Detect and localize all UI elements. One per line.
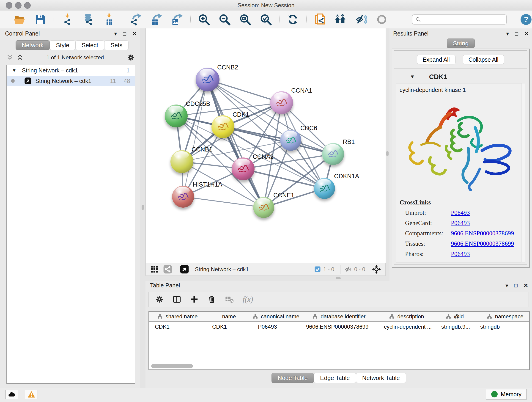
cell-shared-name[interactable]: CDK1	[149, 324, 206, 330]
window-minimize-button[interactable]	[15, 2, 22, 9]
results-panel-close-icon[interactable]: ✕	[524, 31, 529, 36]
tab-edge-table[interactable]: Edge Table	[314, 373, 356, 383]
crosslink-pharos-link[interactable]: P06493	[451, 250, 470, 258]
zoom-out-button[interactable]	[218, 13, 231, 26]
warnings-button[interactable]	[25, 390, 38, 399]
network-node-CDC6[interactable]	[280, 130, 301, 151]
network-canvas[interactable]: CCNB2CCNA1CDC25BCDK1CDC6RB1CCNB1CCNA2CDK…	[146, 28, 386, 263]
network-node-RB1[interactable]	[322, 143, 344, 165]
node-table[interactable]: shared namenamecanonical namedatabase id…	[148, 311, 530, 370]
network-node-CCNB1[interactable]	[171, 150, 193, 173]
control-panel-float-icon[interactable]: □	[123, 31, 126, 36]
table-row[interactable]: CDK1CDK1P064939606.ENSP00000378699cyclin…	[149, 322, 529, 332]
network-node-HIST1H1A[interactable]	[172, 186, 194, 208]
column-header-namespace[interactable]: namespace	[474, 312, 530, 321]
share-view-icon[interactable]	[163, 265, 172, 274]
tab-string[interactable]: String	[447, 38, 475, 48]
left-panel-divider[interactable]	[140, 28, 146, 388]
delete-column-icon[interactable]	[207, 295, 216, 304]
table-settings-gear-icon[interactable]	[155, 295, 164, 304]
results-scrollbar[interactable]	[521, 83, 525, 262]
zoom-in-button[interactable]	[197, 13, 210, 26]
birdseye-navigator-icon[interactable]	[372, 264, 381, 274]
gene-expander-icon[interactable]: ▼	[410, 74, 415, 80]
cell-namespace[interactable]: stringdb	[474, 324, 530, 330]
crosslink-uniprot-link[interactable]: P06493	[451, 209, 470, 216]
export-image-button[interactable]	[171, 13, 183, 26]
string-document-button[interactable]	[313, 13, 326, 26]
help-button[interactable]	[520, 13, 532, 26]
network-tree-root-row[interactable]: ▼ String Network – cdk1 1	[7, 65, 135, 76]
import-network-button[interactable]	[61, 13, 74, 26]
collapse-all-icon[interactable]	[6, 54, 13, 61]
column-header-name[interactable]: name	[206, 312, 252, 321]
tree-expander-icon[interactable]: ▼	[12, 68, 17, 73]
tab-node-table[interactable]: Node Table	[272, 373, 314, 383]
edge-HIST1H1A-CCNE1[interactable]	[183, 197, 264, 207]
gene-section-header[interactable]: ▼ CDK1	[394, 70, 527, 83]
grid-view-icon[interactable]	[150, 265, 159, 274]
cell--id[interactable]: stringdb:9...	[435, 324, 474, 330]
zoom-selected-button[interactable]	[259, 13, 272, 26]
import-table-button[interactable]	[102, 13, 115, 26]
zoom-fit-button[interactable]	[239, 13, 252, 26]
column-header--id[interactable]: @id	[435, 312, 474, 321]
control-panel-menu-icon[interactable]: ▾	[114, 31, 117, 36]
crosslink-genecard-link[interactable]: P06493	[451, 220, 470, 227]
expand-all-button[interactable]: Expand All	[417, 55, 456, 64]
refresh-button[interactable]	[286, 13, 299, 26]
save-session-button[interactable]	[34, 13, 47, 26]
window-close-button[interactable]	[6, 2, 12, 9]
results-panel-menu-icon[interactable]: ▾	[506, 31, 509, 36]
tab-style[interactable]: Style	[50, 40, 75, 50]
export-network-button[interactable]	[129, 13, 142, 26]
table-panel-menu-icon[interactable]: ▾	[505, 283, 508, 288]
export-table-button[interactable]	[150, 13, 163, 26]
network-node-CCNB2[interactable]	[196, 68, 220, 91]
network-node-CCNA2[interactable]	[232, 157, 254, 180]
network-node-CDC25B[interactable]	[165, 104, 188, 128]
network-tree-child-row[interactable]: String Network – cdk1 11 48	[7, 76, 135, 86]
detach-view-icon[interactable]	[180, 265, 189, 274]
network-node-CDKN1A[interactable]	[314, 178, 335, 199]
column-header-database-identifier[interactable]: database identifier	[300, 312, 378, 321]
selected-nodes-checkbox-icon[interactable]	[314, 266, 321, 273]
home-button[interactable]	[334, 13, 347, 26]
edge-CCNB2-CCNE1[interactable]	[208, 80, 264, 207]
table-panel-close-icon[interactable]: ✕	[524, 283, 528, 288]
tab-select[interactable]: Select	[75, 40, 104, 50]
hide-selected-button[interactable]	[355, 13, 367, 26]
cloud-button[interactable]	[5, 390, 18, 399]
tab-sets[interactable]: Sets	[104, 40, 128, 50]
column-header-canonical-name[interactable]: canonical name	[252, 312, 300, 321]
add-column-icon[interactable]	[190, 295, 199, 304]
column-header-description[interactable]: description	[378, 312, 435, 321]
control-panel-close-icon[interactable]: ✕	[132, 31, 137, 36]
search-input[interactable]	[421, 16, 506, 23]
import-network-from-database-button[interactable]	[82, 13, 94, 26]
open-session-button[interactable]	[13, 13, 26, 26]
expand-all-icon[interactable]	[17, 54, 23, 61]
network-node-CDK1[interactable]	[211, 115, 234, 138]
tab-network-table[interactable]: Network Table	[356, 373, 406, 383]
show-columns-icon[interactable]	[172, 295, 181, 304]
cell-name[interactable]: CDK1	[206, 324, 252, 330]
collapse-all-button[interactable]: Collapse All	[463, 55, 504, 64]
crosslink-compartments-link[interactable]: 9606.ENSP00000378699	[451, 230, 514, 237]
network-node-CCNA1[interactable]	[270, 91, 293, 114]
memory-button[interactable]: Memory	[486, 389, 527, 400]
highlight-button[interactable]	[375, 13, 388, 26]
tab-network[interactable]: Network	[16, 40, 50, 50]
results-panel-float-icon[interactable]: □	[515, 31, 518, 36]
cell-canonical-name[interactable]: P06493	[252, 324, 300, 330]
network-options-gear-icon[interactable]	[127, 54, 135, 61]
table-horizontal-scrollbar[interactable]	[151, 364, 193, 368]
crosslink-tissues-link[interactable]: 9606.ENSP00000378699	[451, 240, 514, 247]
network-node-CCNE1[interactable]	[253, 197, 274, 218]
table-panel-float-icon[interactable]: □	[514, 283, 518, 288]
search-box[interactable]	[412, 14, 507, 25]
column-header-shared-name[interactable]: shared name	[149, 312, 206, 321]
cell-database-identifier[interactable]: 9606.ENSP00000378699	[300, 324, 378, 330]
cell-description[interactable]: cyclin-dependent ...	[378, 324, 435, 330]
window-zoom-button[interactable]	[24, 2, 31, 9]
